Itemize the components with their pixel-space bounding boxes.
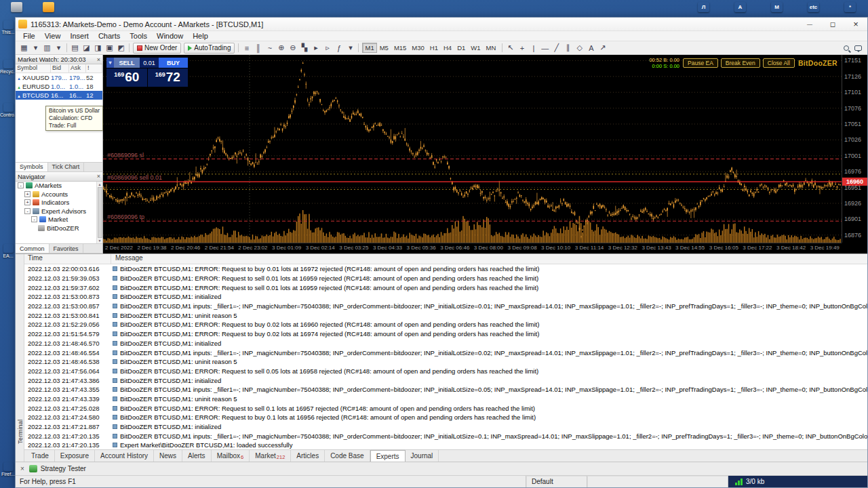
price-axis[interactable]: 1715117126171011707617051170261700116976… bbox=[842, 55, 867, 243]
chart-shift-icon[interactable]: ▹ bbox=[321, 43, 333, 54]
timeframe-button[interactable]: D1 bbox=[454, 43, 468, 53]
log-row[interactable]: 2022.12.03 21:53:00.873 BitDooZER BTCUSD… bbox=[24, 292, 867, 302]
time-axis[interactable]: 2 Dec 20222 Dec 19:382 Dec 20:462 Dec 21… bbox=[103, 243, 842, 253]
chart-logo-icon[interactable]: M bbox=[771, 2, 783, 12]
column-header[interactable]: Ask bbox=[69, 64, 86, 73]
new-chart-icon[interactable]: ▦ bbox=[18, 43, 30, 54]
column-header[interactable]: ! bbox=[86, 64, 102, 73]
log-row[interactable]: 2022.12.03 21:53:00.857 BitDooZER BTCUSD… bbox=[24, 302, 867, 311]
navigator-tab[interactable]: Common bbox=[16, 244, 50, 253]
column-header-message[interactable]: Message bbox=[111, 254, 867, 264]
navigator-header[interactable]: Navigator bbox=[16, 172, 102, 182]
market-watch-tab[interactable]: Tick Chart bbox=[48, 163, 85, 171]
channel-icon[interactable]: ∥ bbox=[562, 43, 574, 54]
candlestick-icon[interactable]: ║ bbox=[252, 43, 264, 54]
menu-item[interactable]: Charts bbox=[94, 32, 125, 40]
column-header-time[interactable]: Time bbox=[24, 254, 111, 264]
tree-expander-icon[interactable] bbox=[24, 208, 31, 214]
close-icon[interactable] bbox=[97, 56, 100, 63]
desktop-shortcut[interactable]: Contro... bbox=[0, 103, 16, 117]
column-header[interactable]: Symbol bbox=[16, 64, 51, 73]
navigator-item[interactable]: Expert Advisors bbox=[16, 207, 102, 216]
zoom-in-icon[interactable]: ⊕ bbox=[275, 43, 287, 54]
chart-plot[interactable]: #60869096 sl#60869096 sell 0.01#60869096… bbox=[103, 55, 842, 243]
navigator-item[interactable]: BitDooZER bbox=[16, 224, 102, 232]
market-watch-tab[interactable]: Symbols bbox=[16, 163, 48, 171]
blue-logo-icon[interactable]: Л bbox=[698, 2, 709, 12]
lot-size-input[interactable]: 0.01 bbox=[140, 58, 159, 68]
tree-expander-icon[interactable] bbox=[24, 191, 31, 197]
zoom-out-icon[interactable]: ⊖ bbox=[287, 43, 298, 54]
ea-button[interactable]: Break Even bbox=[721, 58, 760, 68]
market-watch-header[interactable]: Market Watch: 20:30:03 bbox=[16, 55, 102, 64]
menu-item[interactable]: Window bbox=[152, 32, 188, 40]
bar-chart-icon[interactable]: ≡ bbox=[241, 43, 252, 54]
desktop-shortcut[interactable]: EA... bbox=[0, 244, 16, 258]
horizontal-line-icon[interactable]: — bbox=[539, 43, 551, 54]
trendline-icon[interactable]: ╱ bbox=[551, 43, 562, 54]
close-icon[interactable] bbox=[19, 465, 26, 472]
chart-area[interactable]: #60869096 sl#60869096 sell 0.01#60869096… bbox=[103, 55, 867, 253]
navigator-item[interactable]: Indicators bbox=[16, 199, 102, 207]
terminal-tab[interactable]: Market 212 bbox=[250, 450, 291, 462]
terminal-icon[interactable]: ▣ bbox=[104, 43, 115, 54]
menu-item[interactable]: Insert bbox=[65, 32, 94, 40]
log-row[interactable]: 2022.12.03 21:47:21.887 BitDooZER BTCUSD… bbox=[24, 422, 867, 432]
log-row[interactable]: 2022.12.03 21:47:20.135 BitDooZER BTCUSD… bbox=[24, 431, 867, 441]
market-watch-row[interactable]: BTCUSD 16... 16... 12 bbox=[16, 91, 102, 100]
desktop-shortcut[interactable]: This... bbox=[0, 20, 16, 35]
menu-item[interactable]: Help bbox=[188, 32, 213, 40]
terminal-tab[interactable]: Experts bbox=[370, 450, 406, 462]
log-row[interactable]: 2022.12.03 21:48:46.538 BitDooZER BTCUSD… bbox=[24, 357, 867, 367]
log-row[interactable]: 2022.12.03 21:47:43.339 BitDooZER BTCUSD… bbox=[24, 394, 867, 404]
menu-item[interactable]: Tools bbox=[125, 32, 152, 40]
indicators-icon[interactable]: ƒ bbox=[333, 43, 344, 54]
timeframe-button[interactable]: H4 bbox=[441, 43, 454, 53]
column-header[interactable]: Bid bbox=[51, 64, 69, 73]
status-profile[interactable]: Default bbox=[526, 476, 587, 487]
chevron-down-icon[interactable] bbox=[106, 58, 114, 68]
log-row[interactable]: 2022.12.03 21:47:24.580 BitDooZER BTCUSD… bbox=[24, 413, 867, 422]
chat-icon[interactable] bbox=[854, 45, 862, 51]
line-chart-icon[interactable]: ~ bbox=[264, 43, 275, 54]
vertical-line-icon[interactable]: | bbox=[528, 43, 539, 54]
log-row[interactable]: 2022.12.03 21:47:25.028 BitDooZER BTCUSD… bbox=[24, 403, 867, 413]
log-row[interactable]: 2022.12.03 21:48:46.554 BitDooZER BTCUSD… bbox=[24, 348, 867, 357]
desktop-shortcut-icon[interactable] bbox=[11, 2, 22, 12]
misc-logo-icon[interactable]: * bbox=[844, 2, 856, 12]
terminal-tab[interactable]: Code Base bbox=[325, 450, 370, 462]
timeframe-button[interactable]: M15 bbox=[391, 43, 409, 53]
scroll-up-icon[interactable]: ▲ bbox=[98, 182, 102, 186]
timeframe-button[interactable]: M1 bbox=[362, 43, 376, 53]
ea-button[interactable]: Pause EA bbox=[683, 58, 718, 68]
market-watch-row[interactable]: XAUUSD 179... 179... 52 bbox=[16, 73, 102, 82]
log-row[interactable]: 2022.12.03 21:59:37.602 BitDooZER BTCUSD… bbox=[24, 283, 867, 292]
arrow-icon[interactable]: ↗ bbox=[597, 43, 608, 54]
timeframe-button[interactable]: W1 bbox=[468, 43, 483, 53]
search-icon[interactable] bbox=[844, 45, 849, 51]
navigator-scrollbar[interactable]: ▲ ▼ bbox=[96, 182, 102, 244]
market-watch-icon[interactable]: ▤ bbox=[69, 43, 81, 54]
log-row[interactable]: 2022.12.03 21:51:54.579 BitDooZER BTCUSD… bbox=[24, 329, 867, 339]
tree-expander-icon[interactable] bbox=[31, 216, 37, 222]
market-watch-row[interactable]: EURUSD 1.0... 1.0... 18 bbox=[16, 82, 102, 91]
etc-logo-icon[interactable]: etc bbox=[808, 2, 819, 12]
log-row[interactable]: 2022.12.03 21:47:43.355 BitDooZER BTCUSD… bbox=[24, 385, 867, 394]
navigator-tab[interactable]: Favorites bbox=[50, 244, 83, 253]
desktop-shortcut[interactable]: Recyc... bbox=[0, 60, 16, 74]
chevron-down-icon[interactable]: ▾ bbox=[30, 43, 41, 54]
log-row[interactable]: 2022.12.03 21:52:29.056 BitDooZER BTCUSD… bbox=[24, 320, 867, 329]
log-row[interactable]: 2022.12.03 21:47:56.064 BitDooZER BTCUSD… bbox=[24, 367, 867, 376]
amarkets-logo-icon[interactable]: A bbox=[734, 2, 746, 12]
desktop-shortcut[interactable]: Firef... bbox=[0, 462, 16, 476]
menu-item[interactable]: File bbox=[18, 32, 40, 40]
terminal-tab[interactable]: News bbox=[154, 450, 182, 462]
tree-expander-icon[interactable] bbox=[18, 182, 24, 188]
desktop-shortcut-icon[interactable] bbox=[43, 2, 54, 12]
cursor-icon[interactable]: ↖ bbox=[505, 43, 516, 54]
new-order-button[interactable]: New Order bbox=[133, 43, 181, 54]
buy-price[interactable]: 169 72 bbox=[148, 68, 189, 87]
maximize-button[interactable] bbox=[821, 18, 844, 30]
log-row[interactable]: 2022.12.03 21:53:00.841 BitDooZER BTCUSD… bbox=[24, 310, 867, 320]
terminal-tab[interactable]: Journal bbox=[406, 450, 439, 462]
